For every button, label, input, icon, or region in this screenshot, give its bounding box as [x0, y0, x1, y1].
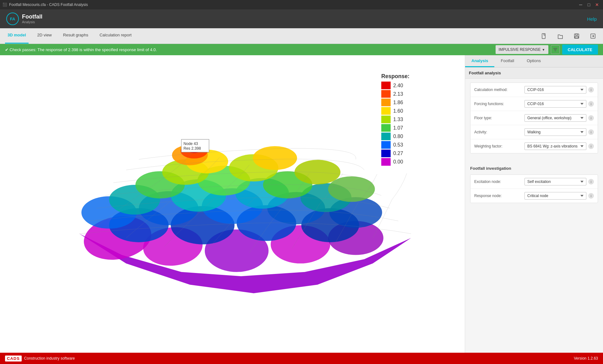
panel-tab-options[interactable]: Options — [520, 55, 547, 67]
response-node-info-icon[interactable]: i — [588, 193, 594, 199]
svg-rect-45 — [381, 90, 391, 98]
svg-text:1.33: 1.33 — [393, 116, 403, 122]
response-node-select[interactable]: Critical node All nodes Selected node — [524, 192, 586, 200]
titlebar-controls: ─ □ ✕ — [577, 1, 600, 8]
footfall-analysis-section-title: Footfall analysis — [465, 67, 603, 79]
svg-text:Response:: Response: — [381, 73, 410, 79]
close-button[interactable]: ✕ — [594, 1, 600, 8]
activity-info-icon[interactable]: i — [588, 129, 594, 135]
floor-type-select[interactable]: General (office, workshop) Lightweight S… — [524, 114, 586, 122]
svg-text:0.27: 0.27 — [393, 150, 403, 156]
svg-point-30 — [328, 176, 375, 202]
forcing-functions-label: Forcing functions: — [474, 102, 524, 106]
app-logo-icon: FA — [6, 13, 19, 25]
svg-text:Res 2.398: Res 2.398 — [183, 146, 201, 151]
help-button[interactable]: Help — [587, 16, 597, 22]
response-label: IMPULSIVE RESPONSE — [499, 47, 541, 52]
restore-button[interactable]: □ — [585, 1, 592, 8]
calc-method-value: CCIP-016 SCI P354 AISC i — [524, 86, 594, 94]
excitation-node-select[interactable]: Self excitation All nodes Selected node — [524, 178, 586, 185]
legend-group: Response: 2.40 2.13 1.86 1.60 1.33 1.07 … — [381, 73, 410, 166]
app-name: Footfall — [22, 13, 42, 20]
svg-rect-47 — [381, 99, 391, 106]
excitation-node-label: Excitation node: — [474, 179, 524, 184]
svg-text:1.86: 1.86 — [393, 99, 403, 105]
node-label-group: Node 43 Res 2.398 — [181, 139, 209, 152]
floor-type-info-icon[interactable]: i — [588, 115, 594, 121]
svg-rect-2 — [576, 34, 578, 35]
svg-rect-57 — [381, 141, 391, 149]
response-dropdown[interactable]: IMPULSIVE RESPONSE ▼ — [496, 45, 548, 54]
tab-2d-view[interactable]: 2D view — [35, 28, 54, 44]
panel-tab-footfall[interactable]: Footfall — [494, 55, 520, 67]
svg-text:0.00: 0.00 — [393, 159, 403, 164]
svg-point-33 — [295, 160, 340, 185]
forcing-functions-select[interactable]: CCIP-016 SCI P354 — [524, 100, 586, 108]
response-node-value: Critical node All nodes Selected node i — [524, 192, 594, 200]
mesh-svg: Node 43 Res 2.398 Response: 2.40 2.13 1.… — [0, 55, 465, 353]
tab-result-graphs[interactable]: Result graphs — [61, 28, 91, 44]
calc-method-label: Calculation method: — [474, 88, 524, 92]
version-label: Version 1.2.63 — [574, 356, 598, 361]
svg-text:0.53: 0.53 — [393, 142, 403, 147]
floor-type-row: Floor type: General (office, workshop) L… — [470, 111, 598, 125]
weighting-factor-row: Weighting factor: BS 6841 Wg: z-axis vib… — [470, 139, 598, 153]
forcing-functions-value: CCIP-016 SCI P354 i — [524, 100, 594, 108]
excitation-node-value: Self excitation All nodes Selected node … — [524, 178, 594, 185]
excitation-node-row: Excitation node: Self excitation All nod… — [470, 175, 598, 189]
response-node-label: Response node: — [474, 194, 524, 198]
3d-viewport[interactable]: Node 43 Res 2.398 Response: 2.40 2.13 1.… — [0, 55, 465, 353]
svg-text:2.13: 2.13 — [393, 91, 403, 97]
excitation-node-info-icon[interactable]: i — [588, 179, 594, 185]
titlebar: ⬛ Footfall Mescouris.cfa - CADS Footfall… — [0, 0, 603, 9]
svg-rect-49 — [381, 107, 391, 115]
save-file-button[interactable] — [572, 31, 582, 41]
minimize-button[interactable]: ─ — [577, 1, 584, 8]
titlebar-title: Footfall Mescouris.cfa - CADS Footfall A… — [9, 3, 88, 7]
titlebar-icon: ⬛ — [3, 3, 7, 7]
tab-3d-model[interactable]: 3D model — [5, 28, 29, 44]
svg-rect-61 — [381, 158, 391, 166]
response-node-row: Response node: Critical node All nodes S… — [470, 189, 598, 203]
calc-method-info-icon[interactable]: i — [588, 87, 594, 93]
calc-method-select[interactable]: CCIP-016 SCI P354 AISC — [524, 86, 586, 94]
weighting-factor-label: Weighting factor: — [474, 144, 524, 148]
footfall-investigation-section-title: Footfall investigation — [470, 163, 598, 172]
weighting-factor-info-icon[interactable]: i — [588, 143, 594, 149]
app-title: Footfall Analysis — [22, 13, 42, 24]
new-file-button[interactable] — [539, 31, 549, 41]
logo-area: FA Footfall Analysis — [6, 13, 42, 25]
panel-tab-analysis[interactable]: Analysis — [465, 55, 494, 67]
forcing-functions-row: Forcing functions: CCIP-016 SCI P354 i — [470, 97, 598, 111]
svg-rect-0 — [542, 34, 545, 39]
open-file-button[interactable] — [555, 31, 565, 41]
calculate-button[interactable]: CALCULATE — [562, 45, 598, 55]
svg-text:1.60: 1.60 — [393, 108, 403, 114]
forcing-functions-info-icon[interactable]: i — [588, 101, 594, 107]
panel-tabs: Analysis Footfall Options — [465, 55, 603, 67]
svg-point-35 — [253, 146, 297, 170]
right-panel: Analysis Footfall Options Footfall analy… — [465, 55, 603, 353]
floor-type-label: Floor type: — [474, 116, 524, 120]
export-button[interactable] — [588, 31, 598, 41]
svg-text:0.80: 0.80 — [393, 133, 403, 139]
footfall-analysis-block: Calculation method: CCIP-016 SCI P354 AI… — [470, 83, 598, 153]
tab-calculation-report[interactable]: Calculation report — [97, 28, 134, 44]
toolbar: 3D model 2D view Result graphs Calculati… — [0, 28, 603, 44]
titlebar-left: ⬛ Footfall Mescouris.cfa - CADS Footfall… — [3, 3, 88, 7]
status-bar: CADS Construction industry software Vers… — [0, 353, 603, 364]
weighting-factor-select[interactable]: BS 6841 Wg: z-axis vibrations None ISO 2… — [524, 142, 586, 150]
svg-rect-59 — [381, 150, 391, 157]
app-header: FA Footfall Analysis Help — [0, 9, 603, 28]
activity-select[interactable]: Walking Running Jumping — [524, 128, 586, 136]
svg-text:2.40: 2.40 — [393, 83, 403, 88]
svg-text:Node 43: Node 43 — [183, 142, 198, 146]
activity-value: Walking Running Jumping i — [524, 128, 594, 136]
svg-rect-55 — [381, 132, 391, 140]
filter-button[interactable] — [551, 45, 560, 54]
cads-brand-badge: CADS — [5, 356, 22, 361]
checkbar-right: IMPULSIVE RESPONSE ▼ CALCULATE — [496, 45, 598, 55]
svg-text:1.07: 1.07 — [393, 125, 403, 131]
mesh-visualization: Node 43 Res 2.398 Response: 2.40 2.13 1.… — [0, 55, 465, 353]
activity-label: Activity: — [474, 130, 524, 134]
